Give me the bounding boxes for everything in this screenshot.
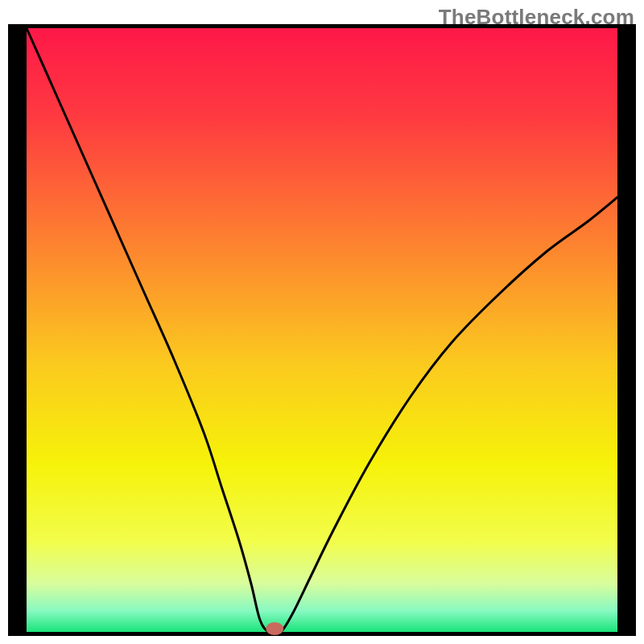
- bottleneck-chart: [0, 0, 644, 644]
- plot-area: [27, 28, 617, 632]
- bottleneck-marker: [266, 622, 283, 635]
- watermark-label: TheBottleneck.com: [439, 5, 634, 30]
- chart-container: TheBottleneck.com: [0, 0, 644, 644]
